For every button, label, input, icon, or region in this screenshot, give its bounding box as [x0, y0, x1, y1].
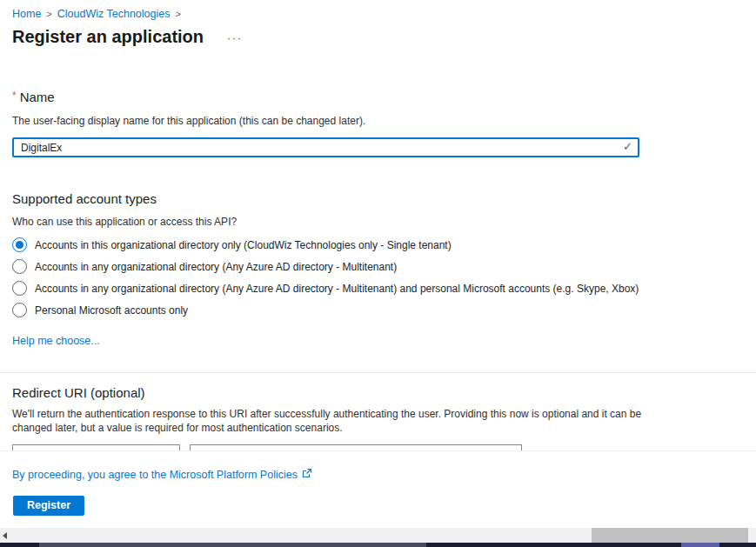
platform-policies-row[interactable]: By proceeding, you agree to the Microsof…	[12, 468, 312, 481]
radio-label: Accounts in this organizational director…	[35, 239, 452, 251]
required-asterisk: *	[12, 90, 17, 102]
external-link-icon	[302, 468, 312, 481]
valid-check-icon: ✓	[623, 140, 632, 153]
breadcrumb-home-link[interactable]: Home	[12, 8, 41, 20]
radio-button-icon[interactable]	[12, 237, 27, 252]
register-button[interactable]: Register	[13, 496, 84, 516]
radio-label: Accounts in any organizational directory…	[35, 261, 397, 273]
radio-personal-only[interactable]: Personal Microsoft accounts only	[12, 299, 639, 321]
radio-multitenant[interactable]: Accounts in any organizational directory…	[12, 256, 639, 277]
outer-scrollbar-indicator	[681, 543, 719, 547]
name-field-description: The user-facing display name for this ap…	[12, 115, 365, 127]
supported-account-types-heading: Supported account types	[12, 191, 157, 206]
radio-button-icon[interactable]	[12, 259, 27, 274]
account-type-radio-group: Accounts in this organizational director…	[12, 234, 639, 321]
breadcrumb-separator: >	[46, 9, 51, 19]
app-registration-page: Home > CloudWiz Technologies > Register …	[0, 0, 756, 547]
horizontal-scrollbar-thumb[interactable]	[592, 528, 748, 543]
outer-scrollbar-thumb[interactable]	[39, 543, 426, 547]
name-input[interactable]	[12, 137, 639, 157]
page-title: Register an application	[12, 27, 204, 47]
redirect-uri-description-line1: We'll return the authentication response…	[12, 408, 656, 420]
name-label-text: Name	[20, 90, 55, 104]
scrollbar-left-arrow-icon[interactable]	[3, 532, 7, 539]
radio-label: Personal Microsoft accounts only	[35, 304, 188, 317]
redirect-uri-description-line2: changed later, but a value is required f…	[12, 422, 656, 434]
content-clip-line	[0, 450, 756, 451]
help-me-choose-link[interactable]: Help me choose...	[12, 335, 100, 347]
breadcrumb-tenant-link[interactable]: CloudWiz Technologies	[57, 8, 171, 20]
radio-label: Accounts in any organizational directory…	[35, 283, 639, 295]
radio-single-tenant[interactable]: Accounts in this organizational director…	[12, 234, 639, 256]
overflow-menu-icon[interactable]: ···	[227, 31, 243, 44]
name-field-label: *Name	[12, 90, 55, 104]
account-types-question: Who can use this application or access t…	[12, 216, 237, 228]
radio-button-icon[interactable]	[12, 281, 27, 296]
redirect-uri-heading: Redirect URI (optional)	[12, 385, 145, 400]
breadcrumb: Home > CloudWiz Technologies >	[12, 8, 181, 20]
radio-button-icon[interactable]	[12, 303, 27, 317]
platform-policies-link[interactable]: By proceeding, you agree to the Microsof…	[12, 469, 298, 481]
section-divider	[0, 372, 756, 373]
radio-multitenant-personal[interactable]: Accounts in any organizational directory…	[12, 277, 639, 299]
breadcrumb-separator: >	[175, 9, 180, 19]
